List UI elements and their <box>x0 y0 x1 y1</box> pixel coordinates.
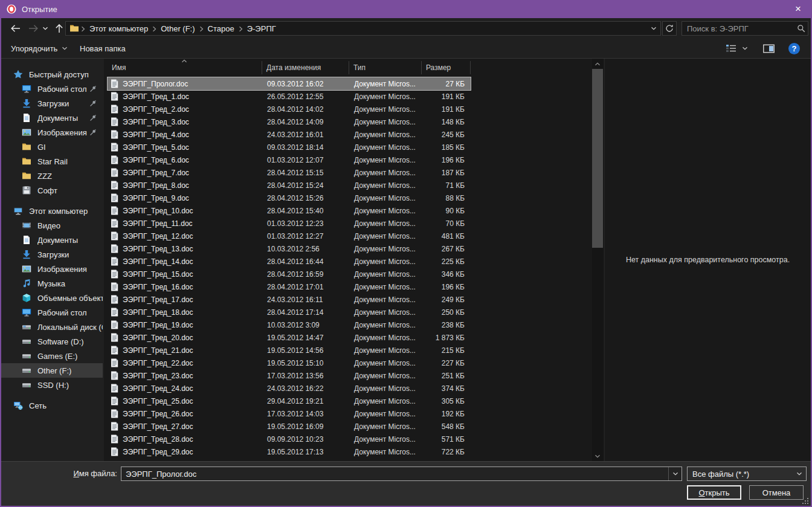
filename-dropdown-chevron-icon[interactable] <box>668 467 682 480</box>
sidebar-item[interactable]: Star Rail <box>1 154 103 169</box>
file-row[interactable]: ЭЭРПГ_Пролог.doc09.03.2012 16:02Документ… <box>108 77 471 90</box>
sidebar-item[interactable]: GI <box>1 140 103 154</box>
file-row[interactable]: ЭЭРПГ_Тред_12.doc01.03.2012 12:27Докумен… <box>108 230 471 242</box>
file-row[interactable]: ЭЭРПГ_Тред_5.doc09.03.2012 18:14Документ… <box>108 141 471 153</box>
breadcrumb-item[interactable]: Старое <box>205 24 237 33</box>
file-name: ЭЭРПГ_Тред_18.doc <box>123 308 193 317</box>
file-row[interactable]: ЭЭРПГ_Тред_16.doc28.04.2012 17:01Докумен… <box>108 280 471 293</box>
file-row[interactable]: ЭЭРПГ_Тред_18.doc28.04.2012 17:14Докумен… <box>108 306 471 318</box>
sidebar-item[interactable]: Изображения <box>1 262 103 276</box>
file-row[interactable]: ЭЭРПГ_Тред_24.doc24.03.2012 16:22Докумен… <box>108 382 471 395</box>
file-size: 548 КБ <box>422 422 471 431</box>
sidebar-section-network[interactable]: Сеть <box>1 398 103 413</box>
breadcrumb-item[interactable]: Other (F:) <box>158 24 197 33</box>
sidebar-section-computer[interactable]: Этот компьютер <box>1 204 103 218</box>
file-row[interactable]: ЭЭРПГ_Тред_21.doc19.05.2012 14:56Докумен… <box>108 344 471 357</box>
preview-pane-icon[interactable] <box>761 40 776 57</box>
file-row[interactable]: ЭЭРПГ_Тред_29.doc19.05.2012 17:13Докумен… <box>108 445 471 458</box>
file-row[interactable]: ЭЭРПГ_Тред_17.doc24.03.2012 16:11Докумен… <box>108 293 471 306</box>
sidebar-item[interactable]: Документы <box>1 233 103 247</box>
sidebar-item[interactable]: Загрузки <box>1 247 103 262</box>
sidebar-item[interactable]: Софт <box>1 183 103 198</box>
file-row[interactable]: ЭЭРПГ_Тред_1.doc26.05.2012 12:55Документ… <box>108 90 471 103</box>
search-box[interactable] <box>682 21 808 36</box>
sidebar-item[interactable]: ZZZ <box>1 169 103 183</box>
address-dropdown-chevron-icon[interactable] <box>647 25 660 31</box>
filename-combobox[interactable] <box>121 467 682 481</box>
file-row[interactable]: ЭЭРПГ_Тред_8.doc28.04.2012 15:24Документ… <box>108 179 471 192</box>
file-row[interactable]: ЭЭРПГ_Тред_15.doc28.04.2012 16:59Докумен… <box>108 268 471 280</box>
column-header-type[interactable]: Тип <box>349 61 422 74</box>
file-row[interactable]: ЭЭРПГ_Тред_7.doc28.04.2012 15:15Документ… <box>108 166 471 179</box>
doc-file-icon <box>111 384 118 393</box>
cancel-button[interactable]: Отмена <box>749 485 804 500</box>
scrollbar-thumb[interactable] <box>592 69 603 248</box>
file-row[interactable]: ЭЭРПГ_Тред_9.doc28.04.2012 15:26Документ… <box>108 192 471 204</box>
file-row[interactable]: ЭЭРПГ_Тред_20.doc19.05.2012 14:47Докумен… <box>108 331 471 344</box>
resize-grip[interactable] <box>802 497 809 505</box>
file-row[interactable]: ЭЭРПГ_Тред_11.doc01.03.2012 12:23Докумен… <box>108 217 471 230</box>
sidebar-item[interactable]: Изображения <box>1 125 103 140</box>
sidebar-section-star[interactable]: Быстрый доступ <box>1 67 103 82</box>
doc-file-icon <box>111 358 118 367</box>
file-type: Документ Micros... <box>349 194 422 202</box>
address-bar[interactable]: Этот компьютерOther (F:)СтароеЭ-ЭРПГ <box>65 21 661 36</box>
sidebar-item[interactable]: Games (E:) <box>1 349 103 363</box>
file-row[interactable]: ЭЭРПГ_Тред_4.doc24.03.2012 16:01Документ… <box>108 128 471 141</box>
file-row[interactable]: ЭЭРПГ_Тред_2.doc28.04.2012 14:02Документ… <box>108 103 471 115</box>
sidebar-item[interactable]: Музыка <box>1 276 103 291</box>
file-row[interactable]: ЭЭРПГ_Тред_28.doc09.09.2012 10:23Докумен… <box>108 433 471 445</box>
file-date: 19.05.2012 15:10 <box>262 359 349 367</box>
column-header-name[interactable]: Имя <box>108 61 262 74</box>
sidebar-item[interactable]: SSD (H:) <box>1 378 103 392</box>
main-area: Быстрый доступРабочий столЗагрузкиДокуме… <box>1 59 811 461</box>
views-chevron-icon[interactable] <box>739 40 751 57</box>
file-size: 374 КБ <box>422 384 471 393</box>
titlebar[interactable]: Открытие × <box>0 0 812 18</box>
filetype-select[interactable]: Все файлы (*.*) <box>687 467 807 481</box>
sidebar-item[interactable]: Software (D:) <box>1 334 103 349</box>
breadcrumb-item[interactable]: Э-ЭРПГ <box>245 24 279 33</box>
sidebar-item-label: SSD (H:) <box>37 381 103 390</box>
vertical-scrollbar[interactable] <box>592 59 603 461</box>
file-row[interactable]: ЭЭРПГ_Тред_3.doc28.04.2012 14:09Документ… <box>108 115 471 128</box>
refresh-button[interactable] <box>662 21 677 36</box>
file-row[interactable]: ЭЭРПГ_Тред_19.doc10.03.2012 3:09Документ… <box>108 318 471 331</box>
column-header-date[interactable]: Дата изменения <box>262 61 349 74</box>
scroll-down-icon[interactable] <box>592 451 603 461</box>
sidebar-item[interactable]: Загрузки <box>1 96 103 111</box>
sidebar-item[interactable]: Объемные объекты <box>1 291 103 305</box>
file-row[interactable]: ЭЭРПГ_Тред_27.doc19.05.2012 16:09Докумен… <box>108 420 471 433</box>
organize-button[interactable]: Упорядочить <box>11 39 68 58</box>
search-input[interactable] <box>682 24 794 34</box>
back-button[interactable] <box>6 18 24 39</box>
sidebar-item[interactable]: Документы <box>1 111 103 125</box>
close-button[interactable]: × <box>784 0 812 18</box>
sidebar-item[interactable]: Рабочий стол <box>1 82 103 96</box>
column-header-size[interactable]: Размер <box>422 61 471 74</box>
file-row[interactable]: ЭЭРПГ_Тред_6.doc01.03.2012 12:07Документ… <box>108 153 471 166</box>
filetype-value: Все файлы (*.*) <box>688 470 793 479</box>
file-row[interactable]: ЭЭРПГ_Тред_22.doc19.05.2012 15:10Докумен… <box>108 357 471 369</box>
sidebar-item[interactable]: Локальный диск (C:) <box>1 320 103 334</box>
new-folder-button[interactable]: Новая папка <box>80 39 126 58</box>
help-button[interactable]: ? <box>788 43 800 54</box>
details-view-icon[interactable] <box>723 40 739 57</box>
filename-input[interactable] <box>121 469 668 479</box>
breadcrumb-item[interactable]: Этот компьютер <box>87 24 150 33</box>
file-row[interactable]: ЭЭРПГ_Тред_25.doc29.04.2012 19:21Докумен… <box>108 395 471 407</box>
sidebar-item[interactable]: Other (F:) <box>1 363 103 378</box>
file-row[interactable]: ЭЭРПГ_Тред_23.doc17.03.2012 13:56Докумен… <box>108 369 471 382</box>
sidebar-item[interactable]: Видео <box>1 218 103 233</box>
file-row[interactable]: ЭЭРПГ_Тред_26.doc17.03.2012 14:03Докумен… <box>108 407 471 420</box>
file-row[interactable]: ЭЭРПГ_Тред_10.doc28.04.2012 15:40Докумен… <box>108 204 471 217</box>
file-type: Документ Micros... <box>349 270 422 279</box>
file-type: Документ Micros... <box>349 118 422 126</box>
sidebar-item[interactable]: Рабочий стол <box>1 305 103 320</box>
file-row[interactable]: ЭЭРПГ_Тред_14.doc28.04.2012 16:44Докумен… <box>108 255 471 268</box>
file-row[interactable]: ЭЭРПГ_Тред_13.doc10.03.2012 2:56Документ… <box>108 242 471 255</box>
scroll-up-icon[interactable] <box>592 59 603 69</box>
open-button[interactable]: Открыть <box>687 485 741 500</box>
file-size: 305 КБ <box>422 397 471 405</box>
recent-locations-chevron-icon[interactable] <box>40 18 51 39</box>
